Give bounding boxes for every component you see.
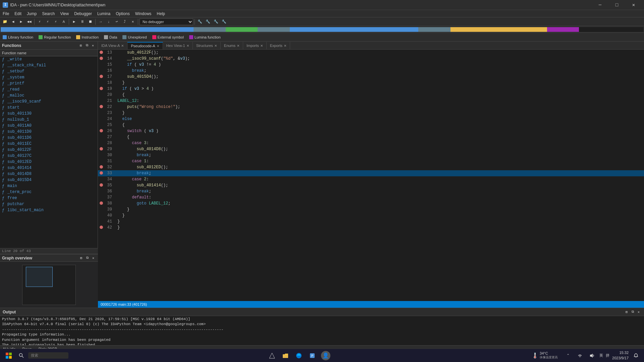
table-row[interactable]: 36 break; [98,188,644,194]
toolbar-btn3[interactable]: ⚡ [52,18,59,25]
table-row[interactable]: 18 } [98,80,644,86]
functions-panel-close-btn[interactable]: ✕ [90,43,96,48]
toolbar-debug1[interactable]: 🔧 [196,18,204,25]
toolbar-debug3[interactable]: 🔧 [212,18,220,25]
function-list[interactable]: ƒ_write ƒ__stack_chk_fail ƒ_setbuf ƒ_sys… [0,56,98,248]
toolbar-step2[interactable]: ↓ [105,18,112,25]
fn-item-write[interactable]: ƒ_write [0,56,98,62]
toolbar-step3[interactable]: ↩ [113,18,120,25]
tab-structures[interactable]: Structures ✕ [193,42,221,49]
menu-search[interactable]: Search [39,10,57,17]
fn-item-sub401504[interactable]: ƒsub_4015D4 [0,177,98,183]
tab-hex-view[interactable]: Hex View-1 ✕ [163,42,193,49]
notification-icon[interactable] [631,350,641,361]
table-row[interactable]: 22 puts("Wrong choice!"); [98,104,644,110]
functions-panel-grid-btn[interactable]: ⊞ [78,43,84,48]
menu-file[interactable]: File [0,10,12,17]
toolbar-btn2[interactable]: ⚡ [44,18,51,25]
fn-item-printf[interactable]: ƒ_printf [0,80,98,86]
fn-item-sub4014d8[interactable]: ƒsub_4014D8 [0,171,98,177]
fn-item-free[interactable]: ƒfree [0,195,98,201]
fn-item-scanf[interactable]: ƒ__isoc99_scanf [0,99,98,105]
search-taskbar-btn[interactable] [16,350,27,361]
fn-item-system[interactable]: ƒ_system [0,74,98,80]
tab-exports[interactable]: Exports ✕ [267,42,290,49]
table-row[interactable]: 23 } [98,110,644,116]
toolbar-debug2[interactable]: 🔧 [204,18,212,25]
table-row[interactable]: 42 } [98,225,644,231]
output-close-btn[interactable]: ✕ [636,309,641,315]
tab-enums-close[interactable]: ✕ [237,44,239,48]
toolbar-forward[interactable]: ▶ [17,18,25,25]
fn-item-start[interactable]: ƒstart [0,105,98,111]
toolbar-x[interactable]: ✕ [129,18,137,25]
table-row[interactable]: 33 break; [98,170,644,176]
table-row[interactable]: 19 if ( v3 > 4 ) [98,86,644,92]
table-row[interactable]: 37 default: [98,194,644,200]
menu-options[interactable]: Options [113,10,132,17]
fn-item-setbuf[interactable]: ƒ_setbuf [0,68,98,74]
table-row[interactable]: 26 switch ( v3 ) [98,128,644,134]
fn-item-sub40122f[interactable]: ƒsub_40122F [0,147,98,153]
menu-lumina[interactable]: Lumina [95,10,113,17]
fn-item-stack-chk[interactable]: ƒ__stack_chk_fail [0,62,98,68]
fn-item-nullsub[interactable]: ƒnullsub_1 [0,117,98,123]
menu-debugger[interactable]: Debugger [71,10,95,17]
menu-jump[interactable]: Jump [24,10,39,17]
toolbar-step4[interactable]: ⤴ [121,18,128,25]
table-row[interactable]: 16 break; [98,68,644,74]
code-view[interactable]: 13 sub_40122F(); 14 __isoc99_scanf("%d",… [98,50,644,301]
table-row[interactable]: 40 } [98,213,644,219]
table-row[interactable]: 24 else [98,116,644,122]
close-button[interactable]: ✕ [626,0,641,10]
fn-item-sub4012ed[interactable]: ƒsub_4012ED [0,159,98,165]
graph-close-btn[interactable]: ✕ [91,255,96,261]
table-row[interactable]: 25 { [98,122,644,128]
fn-item-sub4011d0[interactable]: ƒsub_4011D0 [0,129,98,135]
title-controls[interactable]: ─ □ ✕ [592,0,641,10]
table-row[interactable]: 41 } [98,219,644,225]
lang2-label[interactable]: 拼 [605,352,610,359]
fn-item-malloc[interactable]: ƒ_malloc [0,93,98,99]
table-row[interactable]: 17 sub_4015D4(); [98,74,644,80]
table-row[interactable]: 34 case 2: [98,176,644,182]
tab-imports-close[interactable]: ✕ [260,44,263,48]
table-row[interactable]: 30 break; [98,152,644,158]
table-row[interactable]: 13 sub_40122F(); [98,50,644,56]
toolbar-stop[interactable]: ⏹ [87,18,94,25]
toolbar-back2[interactable]: ◀◀ [25,18,33,25]
search-box[interactable]: 搜索 [28,352,68,359]
table-row[interactable]: 32 sub_4012ED(); [98,164,644,170]
tab-exports-close[interactable]: ✕ [284,44,286,48]
taskbar-app1-icon[interactable]: P [307,350,318,361]
menu-help[interactable]: Help [154,10,168,17]
fn-item-sub40127c[interactable]: ƒsub_40127C [0,153,98,159]
debugger-select[interactable]: No debugger [140,18,193,25]
tab-enums[interactable]: Enums ✕ [221,42,243,49]
fn-item-read[interactable]: ƒ_read [0,86,98,93]
minimize-button[interactable]: ─ [592,0,608,10]
toolbar-btn4[interactable]: A [60,18,67,25]
toolbar-debug4[interactable]: 🔧 [220,18,228,25]
tab-hex-view-close[interactable]: ✕ [186,44,189,48]
network-tray-icon[interactable] [575,350,585,361]
table-row[interactable]: 29 sub_4014D8(); [98,146,644,152]
start-button[interactable] [3,350,15,362]
menu-view[interactable]: View [57,10,71,17]
lang1-label[interactable]: 英 [599,352,604,359]
taskbar-edge-icon[interactable] [293,350,304,361]
network-icon-taskbar[interactable] [267,350,277,361]
fn-item-sub4011a0[interactable]: ƒsub_4011A0 [0,123,98,129]
fn-item-putchar[interactable]: ƒputchar [0,201,98,207]
fn-item-main[interactable]: ƒmain [0,183,98,189]
graph-grid-btn[interactable]: ⊞ [78,255,84,261]
maximize-button[interactable]: □ [609,0,625,10]
graph-detach-btn[interactable]: ⧉ [85,255,90,261]
menu-edit[interactable]: Edit [12,10,24,17]
fn-item-term-proc[interactable]: ƒ_term_proc [0,189,98,195]
tab-imports[interactable]: Imports ✕ [243,42,267,49]
tab-ida-view[interactable]: IDA View-A ✕ [98,42,127,49]
toolbar-step[interactable]: → [97,18,104,25]
table-row[interactable]: 31 case 1: [98,158,644,164]
toolbar-open[interactable]: 📁 [1,18,9,25]
